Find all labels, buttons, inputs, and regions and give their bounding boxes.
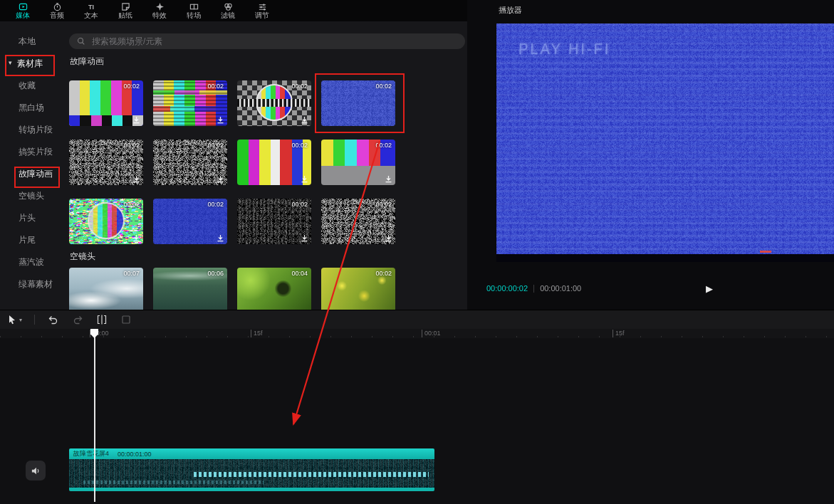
- download-icon[interactable]: [217, 175, 224, 183]
- speaker-icon: [31, 466, 41, 476]
- text-icon: TI: [88, 3, 94, 11]
- player-title: 播放器: [499, 5, 522, 16]
- timeline-toolbar: ▾: [0, 310, 834, 329]
- tab-adjust[interactable]: 调节: [245, 0, 279, 21]
- video-overlay-text: PLAY HI-FI: [518, 40, 611, 58]
- sidebar-item-material-library[interactable]: ▾素材库: [0, 53, 63, 75]
- sidebar-item-vaporwave[interactable]: 蒸汽波: [0, 251, 63, 273]
- sidebar-item-favorites[interactable]: 收藏: [0, 75, 63, 97]
- sidebar-item-intro[interactable]: 片头: [0, 207, 63, 229]
- video-thumbnail-bluescreen[interactable]: 00:02: [153, 199, 227, 244]
- sidebar-item-label: 绿幕素材: [19, 278, 53, 290]
- thumbnail-duration: 00:02: [375, 142, 392, 149]
- sidebar-item-greenscreen[interactable]: 绿幕素材: [0, 273, 63, 295]
- download-icon[interactable]: [132, 116, 140, 124]
- video-thumbnail-bokeh[interactable]: 00:04: [237, 268, 311, 310]
- sidebar-item-transition-clips[interactable]: 转场片段: [0, 119, 63, 141]
- redo-button[interactable]: [71, 314, 83, 326]
- clip-waveform: [69, 459, 434, 491]
- sidebar-item-glitch-animation[interactable]: 故障动画: [0, 163, 63, 185]
- timecode-display: 00:00:00:02 00:00:01:00: [486, 284, 581, 293]
- sidebar-item-funny-clips[interactable]: 搞笑片段: [0, 141, 63, 163]
- sidebar-item-bw-field[interactable]: 黑白场: [0, 97, 63, 119]
- video-thumbnail-colorbars[interactable]: 00:02: [69, 80, 143, 126]
- video-thumbnail-water[interactable]: 00:06: [153, 268, 227, 310]
- thumbnail-duration: 00:02: [375, 83, 392, 90]
- download-icon[interactable]: [301, 116, 308, 124]
- effects-icon: [155, 2, 165, 11]
- sidebar-item-label: 本地: [19, 36, 36, 48]
- video-glitch-mark: [760, 251, 771, 253]
- download-icon[interactable]: [217, 116, 224, 124]
- undo-button[interactable]: [47, 314, 59, 326]
- video-thumbnail-dark-noise[interactable]: 00:02: [237, 199, 311, 244]
- glitch-thumbnail-grid: 00:02 00:02 00:02 00:02: [69, 80, 395, 244]
- thumbnail-duration: 00:02: [375, 270, 392, 277]
- sidebar-item-label: 转场片段: [19, 124, 53, 136]
- sidebar-item-local[interactable]: 本地: [0, 31, 63, 53]
- timeline-ruler[interactable]: 00:00 15f 00:01 15f: [0, 329, 834, 338]
- search-icon: [77, 37, 85, 46]
- playhead-line[interactable]: [94, 329, 95, 502]
- sidebar-item-outro[interactable]: 片尾: [0, 229, 63, 251]
- thumbnail-duration: 00:02: [207, 201, 224, 208]
- video-thumbnail-noise[interactable]: 00:02: [69, 140, 143, 185]
- video-thumbnail-flowers[interactable]: 00:02: [321, 268, 395, 310]
- section-title-glitch: 故障动画: [70, 56, 104, 68]
- video-thumbnail-bluescreen-selected[interactable]: 00:02: [321, 80, 395, 126]
- tab-filters[interactable]: 滤镜: [211, 0, 245, 21]
- cursor-icon: [6, 314, 18, 326]
- select-tool-button[interactable]: ▾: [6, 314, 22, 326]
- video-thumbnail-sky[interactable]: 00:07: [69, 268, 143, 310]
- download-icon[interactable]: [301, 234, 308, 242]
- video-thumbnail-vertical-bars[interactable]: 00:02: [237, 140, 311, 185]
- thumbnail-duration: 00:02: [291, 142, 308, 149]
- download-icon[interactable]: [301, 175, 308, 183]
- tab-label: 音频: [50, 12, 64, 19]
- tab-media[interactable]: 媒体: [6, 0, 40, 21]
- download-icon[interactable]: [217, 234, 224, 242]
- timeline-clip[interactable]: 故障雪花屏4 00:00:01:00: [69, 448, 434, 491]
- video-thumbnail-bars-gray[interactable]: 00:02: [321, 140, 395, 185]
- sidebar-item-empty-shots[interactable]: 空镜头: [0, 185, 63, 207]
- split-button[interactable]: [95, 314, 108, 326]
- video-scanlines: [496, 23, 834, 262]
- search-input[interactable]: [90, 36, 457, 47]
- timecode-divider: [533, 285, 534, 293]
- tab-audio[interactable]: 音频: [40, 0, 74, 21]
- video-thumbnail-testcard-mosaic[interactable]: 00:02: [69, 199, 143, 244]
- download-icon[interactable]: [385, 234, 392, 242]
- current-time: 00:00:00:02: [486, 284, 528, 293]
- ruler-label: 15f: [251, 330, 263, 337]
- crop-button[interactable]: [120, 314, 132, 326]
- video-thumbnail-noise[interactable]: 00:02: [153, 140, 227, 185]
- tab-text[interactable]: TI 文本: [74, 0, 108, 21]
- tab-label: 滤镜: [221, 12, 235, 19]
- tab-transitions[interactable]: 转场: [177, 0, 211, 21]
- tab-label: 调节: [255, 12, 269, 19]
- tab-effects[interactable]: 特效: [142, 0, 177, 21]
- search-bar[interactable]: [69, 33, 465, 49]
- video-thumbnail-testcard[interactable]: 00:02: [237, 80, 311, 126]
- sticker-icon: [121, 2, 130, 11]
- thumbnail-duration: 00:02: [123, 142, 140, 149]
- thumbnail-duration: 00:02: [123, 83, 140, 90]
- mute-track-button[interactable]: [26, 461, 46, 481]
- thumbnail-duration: 00:02: [123, 201, 140, 208]
- top-toolbar: 媒体 音频 TI 文本 贴纸 特效 转场: [0, 0, 467, 21]
- download-icon[interactable]: [385, 175, 392, 183]
- media-icon: [19, 2, 28, 11]
- video-thumbnail-glitched-bars[interactable]: 00:02: [153, 80, 227, 126]
- clip-name: 故障雪花屏4: [73, 449, 109, 458]
- adjust-icon: [258, 2, 267, 11]
- category-sidebar: 本地 ▾素材库 收藏 黑白场 转场片段 搞笑片段 故障动画 空镜头 片头 片尾 …: [0, 21, 63, 310]
- download-icon[interactable]: [132, 234, 140, 242]
- player-panel: 播放器 PLAY HI-FI 00:00:00:02 00:00:01:00 ▶: [467, 0, 834, 310]
- play-button[interactable]: ▶: [701, 279, 718, 298]
- total-duration: 00:00:01:00: [540, 284, 581, 293]
- download-icon[interactable]: [132, 175, 140, 183]
- video-preview[interactable]: PLAY HI-FI: [496, 23, 834, 262]
- tab-label: 贴纸: [118, 12, 132, 19]
- video-thumbnail-noise[interactable]: 00:02: [321, 199, 395, 244]
- tab-stickers[interactable]: 贴纸: [108, 0, 142, 21]
